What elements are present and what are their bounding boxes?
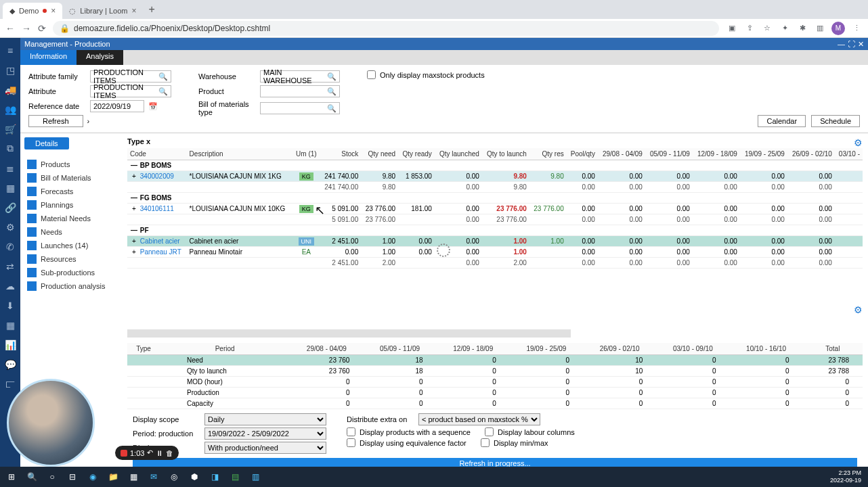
users-icon[interactable]: 👥 xyxy=(0,99,20,119)
taskview-icon[interactable]: ⊟ xyxy=(64,468,81,486)
period-row[interactable]: Qty to launch23 7601800100023 788 xyxy=(127,366,863,377)
restart-icon[interactable]: ↶ xyxy=(147,448,153,457)
loom-controls[interactable]: 1:03 ↶ ⏸ 🗑 xyxy=(115,446,179,460)
close-icon[interactable]: × xyxy=(131,6,136,16)
col-header[interactable]: Period xyxy=(160,343,290,355)
minmax-checkbox[interactable] xyxy=(481,438,490,447)
refresh-button[interactable]: Refresh xyxy=(28,115,83,127)
collapse-icon[interactable]: — xyxy=(130,194,138,202)
col-header[interactable]: Qty to launch xyxy=(482,148,529,160)
code-link[interactable]: Cabinet acier xyxy=(140,237,180,245)
share-icon[interactable]: ⇪ xyxy=(743,22,756,34)
nav-item[interactable]: Products xyxy=(24,158,118,171)
start-icon[interactable]: ⊞ xyxy=(3,468,20,486)
group-row[interactable]: — PF xyxy=(127,225,863,236)
bom-select[interactable]: 🔍 xyxy=(260,102,340,114)
url-field[interactable]: 🔒 demoazure.fidelio.ca/Phoenix/Desktop/D… xyxy=(53,21,719,36)
link-icon[interactable]: 🔗 xyxy=(0,198,20,217)
code-link[interactable]: Panneau JRT xyxy=(140,248,181,256)
search-icon[interactable]: 🔍 xyxy=(23,468,41,486)
outlook-icon[interactable]: ◨ xyxy=(206,468,223,486)
expand-icon[interactable]: + xyxy=(130,248,138,256)
col-header[interactable]: 05/09 - 11/09 xyxy=(363,343,436,355)
expand-icon[interactable]: + xyxy=(130,172,138,180)
system-clock[interactable]: 2:23 PM2022-09-19 xyxy=(830,469,865,484)
horizontal-scrollbar[interactable] xyxy=(127,329,571,338)
col-header[interactable]: Type xyxy=(127,343,160,355)
col-header[interactable]: Qty ready xyxy=(398,148,435,160)
browser-tab-demo[interactable]: ◆ Demo × xyxy=(3,3,62,19)
minimize-icon[interactable]: — xyxy=(838,40,845,49)
seq-checkbox[interactable] xyxy=(347,427,355,436)
calendar-icon[interactable]: 📅 xyxy=(148,102,158,111)
cortana-icon[interactable]: ○ xyxy=(43,468,61,486)
col-header[interactable]: Pool/qty xyxy=(567,148,598,160)
tab-analysis[interactable]: Analysis xyxy=(77,50,123,65)
close-icon[interactable]: × xyxy=(51,6,56,16)
rail-icon[interactable]: ◳ xyxy=(0,60,20,80)
col-header[interactable]: 19/09 - 25/09 xyxy=(510,343,583,355)
col-header[interactable]: 19/09 - 25/09 xyxy=(740,148,787,160)
tab-information[interactable]: Information xyxy=(20,50,77,65)
nav-item[interactable]: Launches (14) xyxy=(24,239,118,252)
record-icon[interactable] xyxy=(121,450,127,457)
truck-icon[interactable]: 🚚 xyxy=(0,80,20,99)
windows-taskbar[interactable]: ⊞ 🔍 ○ ⊟ ◉ 📁 ▦ ✉ ◎ ⬢ ◨ ▤ ▥ 2:23 PM2022-09… xyxy=(0,467,868,487)
period-row[interactable]: Capacity00000000 xyxy=(127,398,863,409)
col-header[interactable]: 03/10 - xyxy=(835,148,863,160)
stats-icon[interactable]: ⫍ xyxy=(0,374,20,394)
nav-item[interactable]: Forecasts xyxy=(24,185,118,198)
reload-icon[interactable]: ⟳ xyxy=(38,23,46,34)
new-tab-button[interactable]: + xyxy=(143,3,160,16)
col-header[interactable]: Stock xyxy=(320,148,362,160)
collapse-icon[interactable]: — xyxy=(130,162,138,169)
col-header[interactable]: 29/08 - 04/09 xyxy=(598,148,645,160)
period-row[interactable]: Need23 7601800100023 788 xyxy=(127,355,863,366)
period-select[interactable]: 19/09/2022 - 25/09/2022 xyxy=(204,427,326,440)
group-row[interactable]: — FG BOMS xyxy=(127,193,863,204)
equiv-checkbox[interactable] xyxy=(347,438,355,447)
doc-icon[interactable]: ≣ xyxy=(0,158,20,178)
warehouse-select[interactable]: MAIN WAREHOUSE🔍 xyxy=(260,70,340,83)
col-header[interactable]: Code xyxy=(127,148,187,160)
rail-icon[interactable]: ⚙ xyxy=(0,217,20,237)
col-header[interactable]: Um (1) xyxy=(292,148,320,160)
details-tab[interactable]: Details xyxy=(24,137,69,149)
collapse-icon[interactable]: — xyxy=(130,227,138,234)
chrome-icon[interactable]: ◎ xyxy=(165,468,183,486)
phone-icon[interactable]: ✆ xyxy=(0,237,20,256)
star-icon[interactable]: ☆ xyxy=(761,22,773,34)
swap-icon[interactable]: ⇄ xyxy=(0,256,20,276)
col-header[interactable]: 26/09 - 02/10 xyxy=(787,148,835,160)
trash-icon[interactable]: 🗑 xyxy=(166,449,173,457)
col-header[interactable]: 03/10 - 09/10 xyxy=(656,343,729,355)
period-row[interactable]: Production00000000 xyxy=(127,388,863,398)
col-header[interactable]: Qty launched xyxy=(435,148,482,160)
cart-icon[interactable]: 🛒 xyxy=(0,119,20,139)
box-icon[interactable]: ⧉ xyxy=(0,139,20,158)
dist-select[interactable]: < product based on maxstock % > xyxy=(418,413,540,425)
cloud-icon[interactable]: ☁ xyxy=(0,276,20,296)
scope-select[interactable]: Daily xyxy=(204,413,326,425)
app-icon[interactable]: ▦ xyxy=(125,468,142,486)
period-grid[interactable]: TypePeriod29/08 - 04/0905/09 - 11/0912/0… xyxy=(127,343,863,409)
period-row[interactable]: MOD (hour)00000000 xyxy=(127,377,863,388)
rail-icon[interactable]: ▦ xyxy=(0,178,20,198)
panel-icon[interactable]: ▥ xyxy=(814,22,826,34)
ext-icon[interactable]: ✱ xyxy=(796,22,808,34)
product-select[interactable]: 🔍 xyxy=(260,85,340,97)
col-header[interactable]: Description xyxy=(187,148,293,160)
data-row[interactable]: + 340002009*LOUISIANA CAJUN MIX 1KGKG241… xyxy=(127,171,863,182)
explorer-icon[interactable]: 📁 xyxy=(104,468,122,486)
col-header[interactable]: 12/09 - 18/09 xyxy=(693,148,740,160)
calendar-button[interactable]: Calendar xyxy=(758,115,806,127)
col-header[interactable]: 12/09 - 18/09 xyxy=(437,343,510,355)
code-link[interactable]: 340002009 xyxy=(140,172,174,180)
nav-item[interactable]: Production analysis xyxy=(24,279,118,293)
expand-icon[interactable]: + xyxy=(130,205,138,212)
word-icon[interactable]: ▥ xyxy=(246,468,264,486)
close-icon[interactable]: ✕ xyxy=(858,40,864,49)
attribute-select[interactable]: PRODUCTION ITEMS🔍 xyxy=(90,85,171,97)
forward-icon[interactable]: → xyxy=(22,23,31,34)
maxstock-checkbox[interactable] xyxy=(367,70,376,79)
